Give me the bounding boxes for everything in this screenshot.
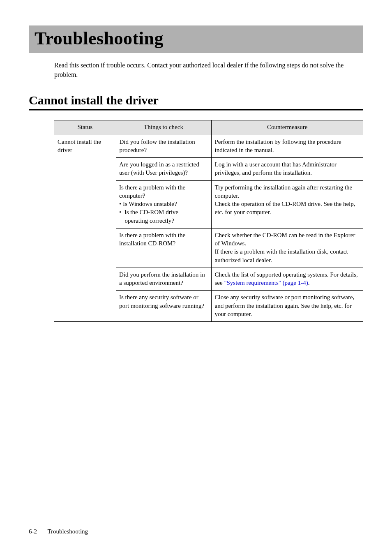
counter-cell: Close any security software or port moni… xyxy=(211,291,363,322)
section-rule xyxy=(29,109,363,111)
things-bullets: Is Windows unstable? Is the CD-ROM drive… xyxy=(119,200,208,225)
bullet-line: Is the CD-ROM drive xyxy=(125,209,178,215)
table-row: Cannot install the driver Did you follow… xyxy=(54,135,363,158)
page-title: Troubleshooting xyxy=(35,28,357,49)
footer-label: Troubleshooting xyxy=(47,528,88,535)
bullet-line: operating correctly? xyxy=(125,217,208,225)
system-requirements-link[interactable]: "System requirements" (page 1-4) xyxy=(224,279,308,286)
section-heading: Cannot install the driver xyxy=(29,93,363,108)
counter-cell: Log in with a user account that has Admi… xyxy=(211,158,363,181)
table-header-row: Status Things to check Countermeasure xyxy=(54,120,363,135)
counter-cell: Check the list of supported operating sy… xyxy=(211,268,363,291)
counter-cell: Perform the installation by following th… xyxy=(211,135,363,158)
intro-paragraph: Read this section if trouble occurs. Con… xyxy=(54,60,363,79)
bullet-item: Is Windows unstable? xyxy=(119,200,208,208)
things-cell: Is there a problem with the computer? Is… xyxy=(116,180,211,228)
page-footer: 6-2 Troubleshooting xyxy=(29,528,88,535)
things-cell: Did you perform the installation in a su… xyxy=(116,268,211,291)
things-cell: Are you logged in as a restricted user (… xyxy=(116,158,211,181)
things-cell: Did you follow the installation procedur… xyxy=(116,135,211,158)
page-number: 6-2 xyxy=(29,528,37,535)
page-title-band: Troubleshooting xyxy=(29,25,363,53)
status-cell: Cannot install the driver xyxy=(54,135,116,322)
col-counter: Countermeasure xyxy=(211,120,363,135)
things-cell: Is there any security software or port m… xyxy=(116,291,211,322)
things-lead: Is there a problem with the computer? xyxy=(119,184,185,199)
counter-cell: Check whether the CD-ROM can be read in … xyxy=(211,228,363,268)
bullet-item: Is the CD-ROM drive operating correctly? xyxy=(119,208,208,225)
troubleshooting-table: Status Things to check Countermeasure Ca… xyxy=(54,120,363,322)
col-status: Status xyxy=(54,120,116,135)
counter-post: . xyxy=(308,279,310,286)
counter-cell: Try performing the installation again af… xyxy=(211,180,363,228)
things-cell: Is there a problem with the installation… xyxy=(116,228,211,268)
col-things: Things to check xyxy=(116,120,211,135)
